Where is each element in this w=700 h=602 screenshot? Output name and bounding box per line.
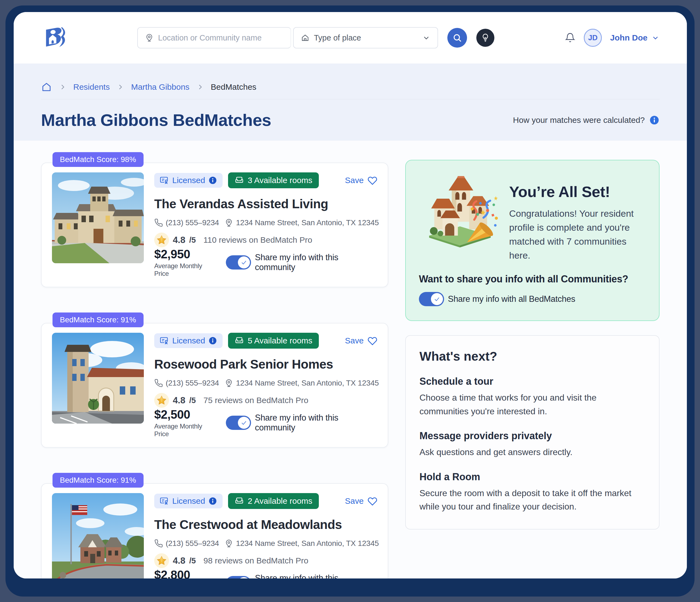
save-label: Save [345,497,364,506]
main-content: BedMatch Score: 98% [14,141,687,578]
page-title: Martha Gibbons BedMatches [41,110,271,130]
brand-logo-icon[interactable] [41,26,70,50]
whats-next-panel: What's next? Schedule a tour Choose a ti… [405,335,659,529]
armchair-icon [234,176,244,185]
rating-max: /5 [189,236,196,245]
map-pin-icon [224,218,233,227]
price-caption: Average Monthly Price [154,423,217,438]
star-icon [154,233,169,247]
save-button[interactable]: Save [345,175,377,185]
licensed-label: Licensed [172,497,205,506]
community-photo [52,333,144,424]
price-block: $2,800 Average Monthly Price [154,568,217,578]
community-phone: (213) 555–9234 [166,539,219,548]
next-item-heading: Schedule a tour [420,376,645,387]
matches-info-label: How your matches were calculated? [513,116,645,125]
all-set-panel: You’re All Set! Congratulations! Your re… [405,160,659,321]
home-icon[interactable] [41,81,52,93]
bedmatch-score-badge: BedMatch Score: 91% [52,473,144,488]
reviews-label: 75 reviews on BedMatch Pro [203,396,308,405]
available-rooms-label: 3 Available rooms [248,176,312,185]
idea-button[interactable] [476,29,494,47]
house-icon [301,33,309,42]
licensed-badge: Licensed [154,493,223,508]
right-column: You’re All Set! Congratulations! Your re… [405,152,659,578]
price-value: $2,950 [154,247,217,261]
star-icon [154,553,169,568]
share-all-label: Share my info with all BedMatches [448,294,575,304]
info-icon[interactable] [208,336,217,345]
celebration-illustration-icon [419,171,501,251]
save-label: Save [345,176,364,185]
check-icon [240,259,247,266]
type-of-place-select[interactable]: Type of place [293,27,438,48]
available-rooms-badge: 3 Available rooms [228,172,319,188]
user-menu[interactable]: John Doe [610,33,659,42]
rating-max: /5 [189,556,196,565]
chevron-right-icon [197,83,204,91]
rating-max: /5 [189,396,196,405]
search-icon [452,33,462,43]
search-input[interactable] [158,33,283,42]
map-pin-icon [224,379,233,387]
phone-icon [154,539,163,548]
heart-icon [368,496,377,506]
chevron-right-icon [117,83,124,91]
app-window: Type of place [14,12,687,578]
hero-section: Residents Martha Gibbons BedMatches Mart… [14,64,687,141]
community-address: 1234 Name Street, San Antonio, TX 12345 [236,379,379,387]
price-value: $2,800 [154,568,217,578]
info-icon[interactable] [208,497,217,505]
notifications-button[interactable] [565,32,576,43]
available-rooms-badge: 2 Available rooms [228,493,319,509]
price-value: $2,500 [154,408,217,422]
breadcrumb-resident-name[interactable]: Martha Gibbons [131,82,189,92]
save-label: Save [345,336,364,345]
search-button[interactable] [447,28,467,48]
next-item-body: Ask questions and get answers directly. [420,446,645,459]
reviews-label: 98 reviews on BedMatch Pro [203,556,308,565]
reviews-label: 110 reviews on BedMatch Pro [203,235,312,245]
community-card: Licensed 5 [41,323,388,448]
whats-next-item: Schedule a tour Choose a time that works… [420,376,645,418]
map-pin-icon [224,539,233,548]
community-name: The Verandas Assisted Living [154,196,377,211]
armchair-icon [234,497,244,506]
info-icon[interactable] [208,176,217,185]
price-block: $2,950 Average Monthly Price [154,247,217,278]
available-rooms-label: 2 Available rooms [248,497,312,506]
breadcrumb-current: BedMatches [211,82,256,92]
chevron-right-icon [59,83,66,91]
share-info-toggle[interactable] [226,416,251,430]
breadcrumb-residents[interactable]: Residents [73,82,110,92]
save-button[interactable]: Save [345,336,377,345]
share-info-toggle[interactable] [226,576,251,578]
lightbulb-icon [481,33,490,42]
avatar-initials: JD [588,34,598,42]
info-icon[interactable] [649,115,659,125]
next-item-body: Secure the room with a deposit to take i… [420,486,645,514]
rating-value: 4.8 [173,555,185,566]
community-phone: (213) 555–9234 [166,218,219,227]
next-item-heading: Message providers privately [420,430,645,442]
community-address: 1234 Name Street, San Antonio, TX 12345 [236,218,379,227]
share-info-toggle[interactable] [226,255,251,269]
share-all-toggle[interactable] [419,292,444,306]
community-card: Licensed 2 [41,483,388,578]
certificate-icon [160,176,169,185]
search-group: Type of place [137,27,494,48]
save-button[interactable]: Save [345,496,377,506]
share-info-label: Share my info with this community [255,413,377,433]
price-caption: Average Monthly Price [154,262,217,278]
community-name: Rosewood Park Senior Homes [154,357,377,371]
avatar[interactable]: JD [584,29,602,47]
community-name: The Crestwood at Meadowlands [154,517,377,532]
licensed-badge: Licensed [154,333,223,348]
whats-next-item: Hold a Room Secure the room with a depos… [420,471,645,514]
location-pin-icon [145,33,154,42]
available-rooms-label: 5 Available rooms [248,336,312,345]
heart-icon [368,336,377,345]
community-photo [52,172,144,263]
rating-value: 4.8 [173,395,185,406]
rating-value: 4.8 [173,235,185,245]
